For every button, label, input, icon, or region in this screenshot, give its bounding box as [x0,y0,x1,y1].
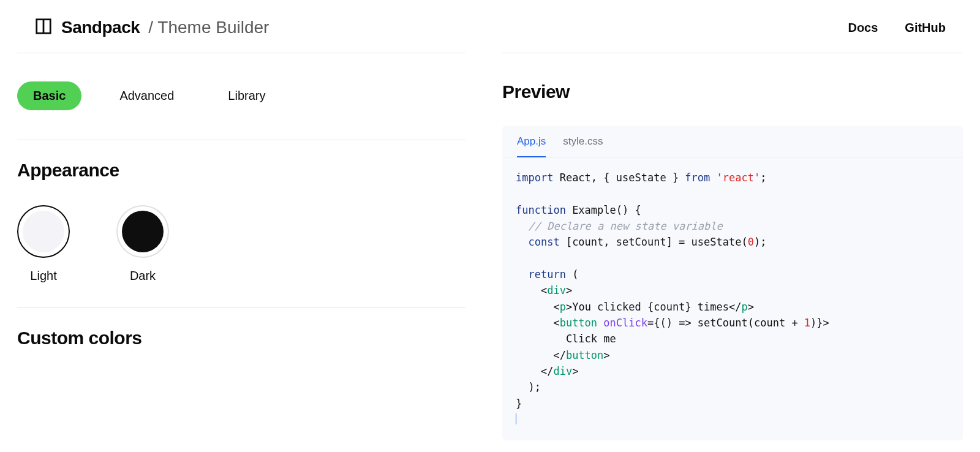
tok: > [566,284,572,296]
tok [597,317,603,329]
code-area[interactable]: import React, { useState } from 'react';… [502,157,963,440]
tok: // Declare a new state variable [516,220,723,232]
tok: const [516,236,560,248]
tok: </ [516,349,566,361]
section-heading-appearance: Appearance [17,140,466,195]
tok: } [516,397,522,410]
swatch-fill [23,211,64,252]
tok: onClick [603,317,647,329]
tok: ); [754,236,766,248]
tab-advanced[interactable]: Advanced [104,81,190,110]
file-tab-style[interactable]: style.css [563,135,603,157]
top-nav: Docs GitHub [848,21,946,35]
tok: 0 [748,236,754,248]
tok: p [742,301,748,313]
app-header: Sandpack / Theme Builder Docs GitHub [0,0,980,53]
tok: [count, setCount] = useState( [560,236,748,248]
tok: < [516,317,560,329]
file-tabs: App.js style.css [502,126,963,157]
tok: function [516,204,566,216]
tab-library[interactable]: Library [212,81,281,110]
swatch-fill [122,211,164,252]
tok: 'react' [717,171,761,184]
brand-name: Sandpack [61,18,140,37]
tok: ={() => setCount(count + [647,317,804,329]
tok: > [603,349,609,361]
tok: button [566,349,603,361]
tok: )}> [810,317,829,329]
tok: You clicked {count} times [572,301,729,313]
nav-link-github[interactable]: GitHub [905,21,946,35]
preview-heading: Preview [502,53,963,126]
tok: 1 [804,317,810,329]
tok: > [566,301,572,313]
tok: ( [566,268,578,281]
tab-basic[interactable]: Basic [17,81,81,110]
file-tab-app[interactable]: App.js [517,135,546,157]
tok: Example() { [566,204,641,216]
tok: div [553,365,572,377]
code-editor: App.js style.css import React, { useStat… [502,126,963,440]
tok: div [547,284,566,296]
sandpack-logo-icon [34,17,53,38]
tok: < [516,284,547,296]
tok: </ [516,365,553,377]
brand-subtitle: / Theme Builder [148,18,269,37]
tok: React, { useState } [553,171,685,184]
tok: ; [760,171,766,184]
tok: p [560,301,566,313]
swatch-ring-icon [17,205,70,258]
appearance-option-light[interactable]: Light [17,205,70,283]
swatch-label: Dark [130,269,156,283]
swatch-ring-icon [116,205,169,258]
section-heading-custom-colors: Custom colors [17,308,466,363]
tok: > [572,365,578,377]
tok: Click me [516,333,616,345]
tok: < [516,301,560,313]
tok: ); [516,381,541,393]
tok: import [516,171,553,184]
tok: > [748,301,754,313]
swatch-label: Light [30,269,56,283]
nav-link-docs[interactable]: Docs [848,21,878,35]
tok: return [516,268,566,281]
appearance-option-dark[interactable]: Dark [116,205,169,283]
tok: </ [729,301,741,313]
tok: from [685,171,710,184]
mode-tabs: Basic Advanced Library [17,53,466,140]
text-cursor-icon [516,413,516,424]
appearance-swatches: Light Dark [17,195,466,307]
brand: Sandpack / Theme Builder [34,17,269,38]
tok: button [560,317,597,329]
